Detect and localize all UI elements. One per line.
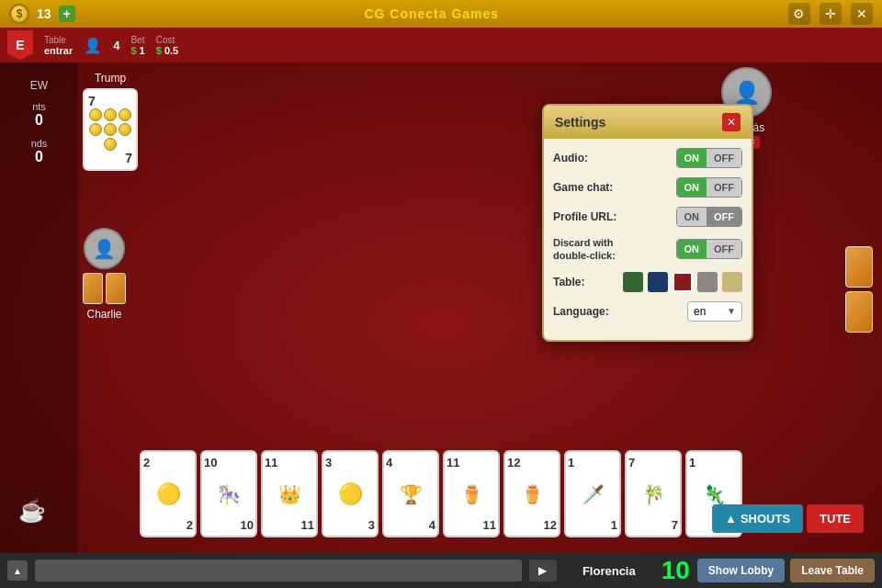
trump-card: 7 7 [83,88,138,171]
trump-card-number: 7 [88,94,96,108]
logo: CG Conecta Games [364,6,499,21]
bottom-player-name: Florencia [582,564,636,578]
hands-value: 0 [35,149,43,165]
shouts-button[interactable]: ▲ SHOUTS [712,504,803,533]
hand-card-0[interactable]: 2 🟡 2 [140,450,197,537]
profileurl-label: Profile URL: [553,210,616,223]
hand-card-5[interactable]: 11 ⚱️ 11 [443,450,500,537]
right-card-2 [845,291,873,333]
settings-modal: Settings ✕ Audio: ON OFF Game chat: ON O… [542,104,753,342]
discard-setting-row: Discard with double-click: ON OFF [553,236,742,263]
hand-card-7[interactable]: 1 🗡️ 1 [564,450,621,537]
language-select[interactable]: en ▼ [687,301,742,322]
profileurl-toggle[interactable]: ON OFF [676,207,743,227]
gamechat-toggle[interactable]: ON OFF [676,177,743,198]
table-value: entrar [44,45,73,56]
audio-label: Audio: [553,152,588,164]
player-left-card-1 [83,273,103,304]
player-left-avatar: 👤 [84,228,125,269]
discard-toggle[interactable]: ON OFF [676,239,743,259]
discard-label: Discard with double-click: [553,236,645,263]
table-color-green[interactable] [623,272,643,292]
coin-count: 13 [37,6,51,21]
gamechat-off-button[interactable]: OFF [707,178,741,197]
points-row: nts 0 [32,101,46,129]
table-info: Table entrar [44,35,73,56]
top-bar-left: $ 13 + [9,4,75,24]
leave-table-button[interactable]: Leave Table [790,559,875,582]
game-area: EW nts 0 nds 0 Trump 7 7 👤 [0,62,882,588]
e-badge: E [7,30,33,60]
second-bar: E Table entrar 👤 4 Bet $ 1 Cost $ 0.5 [0,28,882,62]
discard-on-button[interactable]: ON [677,240,707,258]
settings-icon-button[interactable]: ⚙ [788,3,810,25]
hand-card-8[interactable]: 7 🎋 7 [625,450,682,537]
player-left-name: Charlie [86,308,121,321]
top-bar-right: ⚙ ✛ ✕ [788,3,873,25]
audio-toggle[interactable]: ON OFF [676,148,743,168]
profileurl-off-button[interactable]: OFF [707,208,741,226]
bet-value: $ 1 [130,45,144,56]
cost-info: Cost $ 0.5 [156,35,178,56]
add-coins-button[interactable]: + [59,6,75,22]
action-buttons: ▲ SHOUTS TUTE [712,504,864,533]
profileurl-on-button[interactable]: ON [677,208,707,226]
table-color-label: Table: [553,276,584,288]
players-count: 4 [113,39,119,52]
points-label: nts [32,101,46,112]
coin-icon: $ [9,4,29,24]
hands-label: nds [31,138,48,149]
coffee-cup[interactable]: ☕ [18,498,46,524]
hand-card-6[interactable]: 12 ⚱️ 12 [503,450,560,537]
chat-expand-button[interactable]: ▲ [7,560,28,581]
audio-setting-row: Audio: ON OFF [553,148,742,168]
discard-off-button[interactable]: OFF [707,240,741,258]
hand-card-1[interactable]: 10 🎠 10 [200,450,257,537]
table-color-swatches [623,272,742,292]
trump-card-number-bottom: 7 [125,151,132,165]
language-label: Language: [553,305,609,318]
bet-label: Bet [130,35,144,45]
player-left: 👤 Charlie [83,228,126,321]
chat-input[interactable] [35,560,522,582]
bottom-bar: ▲ ▶ Florencia 10 Show Lobby Leave Table [0,553,882,588]
right-cards [845,246,873,333]
bottom-bar-right: Show Lobby Leave Table [697,559,875,582]
table-label: Table [44,35,66,45]
crosshair-icon-button[interactable]: ✛ [820,3,842,25]
table-color-gray[interactable] [697,272,718,292]
cost-value: $ 0.5 [156,45,178,56]
trump-area: Trump 7 7 [83,72,138,171]
language-value: en [694,305,706,318]
points-value: 0 [35,112,43,129]
dollar-icon: $ [130,45,136,56]
hand-card-2[interactable]: 11 👑 11 [261,450,318,537]
settings-body: Audio: ON OFF Game chat: ON OFF Profile … [544,139,752,340]
trump-label: Trump [95,72,126,85]
hands-row: nds 0 [31,138,48,165]
audio-off-button[interactable]: OFF [707,149,741,167]
trump-card-suit [88,108,132,151]
settings-title: Settings [555,115,605,130]
hand-card-4[interactable]: 4 🏆 4 [382,450,439,537]
show-lobby-button[interactable]: Show Lobby [697,559,785,582]
audio-on-button[interactable]: ON [677,149,707,167]
right-card-1 [845,246,873,288]
bottom-hand: 2 🟡 2 10 🎠 10 11 👑 11 3 🟡 3 4 🏆 4 [140,450,742,537]
settings-close-button[interactable]: ✕ [722,113,741,131]
tute-button[interactable]: TUTE [807,504,864,533]
score-display: 10 [662,556,690,585]
settings-header: Settings ✕ [544,106,752,139]
table-color-blue[interactable] [648,272,668,292]
chat-send-button[interactable]: ▶ [529,560,557,582]
language-setting-row: Language: en ▼ [553,301,742,322]
table-color-tan[interactable] [722,272,742,292]
dropdown-arrow-icon: ▼ [727,306,736,316]
close-icon-button[interactable]: ✕ [851,3,873,25]
table-color-red[interactable] [673,272,693,292]
player-left-card-2 [106,273,126,304]
gamechat-on-button[interactable]: ON [677,178,707,197]
hand-card-3[interactable]: 3 🟡 3 [322,450,379,537]
players-icon: 👤 [84,37,102,54]
bet-info: Bet $ 1 [130,35,144,56]
